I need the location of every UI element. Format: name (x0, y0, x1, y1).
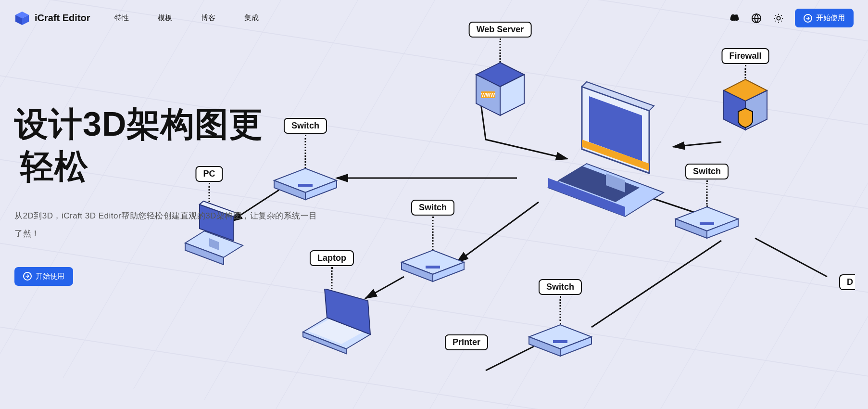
arrow-right-icon (804, 14, 812, 23)
svg-rect-36 (700, 222, 714, 225)
site-header: iCraft Editor 特性 模板 博客 集成 (0, 0, 868, 36)
brand-name: iCraft Editor (35, 13, 90, 24)
diagram-node-main-computer (529, 67, 664, 212)
node-label: Switch (539, 279, 582, 295)
hero-description: 从2D到3D，iCraft 3D Editor帮助您轻松创建直观的3D架构图，让… (14, 207, 317, 243)
svg-point-45 (777, 16, 780, 20)
discord-icon[interactable] (729, 13, 740, 24)
node-label: Switch (685, 164, 729, 179)
diagram-node-web-server: Web Server WWW (471, 24, 529, 111)
header-cta-label: 开始使用 (816, 13, 845, 23)
nav-features[interactable]: 特性 (114, 13, 129, 23)
logo-icon (14, 11, 30, 26)
hero-section: 设计3D架构图更 轻松 从2D到3D，iCraft 3D Editor帮助您轻松… (0, 36, 317, 286)
hero-title-line2: 轻松 (14, 146, 317, 188)
node-label: Printer (445, 334, 488, 350)
node-label: Firewall (721, 48, 769, 64)
language-icon[interactable] (751, 13, 762, 24)
svg-rect-28 (426, 266, 440, 268)
svg-text:WWW: WWW (481, 92, 495, 98)
nav-integrations[interactable]: 集成 (244, 13, 259, 23)
svg-rect-40 (553, 340, 567, 343)
node-label: Switch (411, 200, 454, 216)
hero-title: 设计3D架构图更 轻松 (14, 103, 317, 188)
node-label: D (839, 274, 855, 290)
arrow-right-icon (23, 272, 32, 281)
hero-cta-button[interactable]: 开始使用 (14, 267, 73, 286)
hero-cta-label: 开始使用 (36, 272, 64, 281)
header-actions: 开始使用 (729, 9, 854, 27)
hero-title-line1: 设计3D架构图更 (14, 105, 263, 143)
primary-nav: 特性 模板 博客 集成 (114, 13, 259, 23)
brand-logo[interactable]: iCraft Editor (14, 11, 90, 26)
nav-templates[interactable]: 模板 (158, 13, 172, 23)
nav-blog[interactable]: 博客 (201, 13, 215, 23)
header-cta-button[interactable]: 开始使用 (795, 9, 854, 27)
theme-toggle-icon[interactable] (773, 13, 784, 24)
